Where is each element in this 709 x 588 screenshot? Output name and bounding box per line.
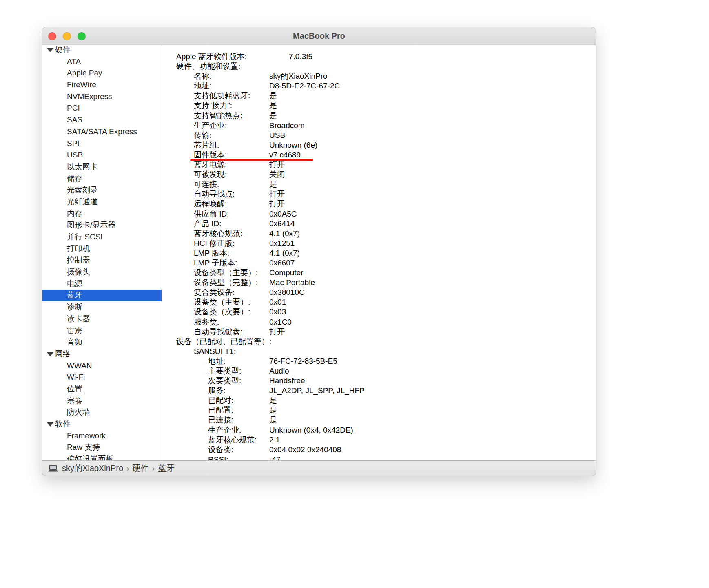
sidebar-item[interactable]: ATA xyxy=(42,56,162,68)
report-row: 蓝牙核心规范: 2.1 xyxy=(162,435,596,445)
report-row-label: 复合类设备: xyxy=(194,287,235,297)
sidebar-item[interactable]: 位置 xyxy=(42,383,162,395)
sidebar-item[interactable]: WWAN xyxy=(42,360,162,372)
sidebar-item[interactable]: Framework xyxy=(42,430,162,442)
sidebar-item-label: 位置 xyxy=(67,383,82,395)
sidebar-item-label: 防火墙 xyxy=(67,407,90,418)
disclosure-triangle-icon[interactable] xyxy=(47,48,53,52)
breadcrumb-item[interactable]: 蓝牙 xyxy=(158,464,174,473)
report-row: 设备（已配对、已配置等）: xyxy=(162,337,596,347)
report-row: 传输: USB xyxy=(162,130,596,140)
sidebar-item[interactable]: 雷雳 xyxy=(42,325,162,337)
sidebar-section-header[interactable]: 网络 xyxy=(42,348,162,360)
report-pane[interactable]: Apple 蓝牙软件版本: 7.0.3f5 硬件、功能和设置: 名称: sky的… xyxy=(162,45,596,460)
report-row: HCI 修正版: 0x1251 xyxy=(162,239,596,248)
disclosure-triangle-icon[interactable] xyxy=(47,422,53,427)
sidebar-item[interactable]: 图形卡/显示器 xyxy=(42,219,162,231)
sidebar-section-label: 网络 xyxy=(55,348,71,360)
sidebar-item[interactable]: 摄像头 xyxy=(42,266,162,278)
sidebar-item-label: Apple Pay xyxy=(67,67,102,79)
report-row: 固件版本: v7 c4689 xyxy=(162,150,596,160)
report-row: LMP 版本: 4.1 (0x7) xyxy=(162,248,596,258)
report-row-value: 是 xyxy=(269,179,277,189)
sidebar-item[interactable]: Apple Pay xyxy=(42,67,162,79)
report-row-label: 设备类: xyxy=(208,445,233,455)
sidebar-item[interactable]: 打印机 xyxy=(42,243,162,255)
path-bar: sky的XiaoXinPro›硬件›蓝牙 xyxy=(42,460,596,476)
report-row-value: JL_A2DP, JL_SPP, JL_HFP xyxy=(269,386,365,396)
report-row-value: 是 xyxy=(269,405,277,415)
report-row: LMP 子版本: 0x6607 xyxy=(162,258,596,268)
report-row-value: 打开 xyxy=(269,189,285,199)
report-row: 产品 ID: 0x6414 xyxy=(162,219,596,229)
sidebar-item[interactable]: 读卡器 xyxy=(42,313,162,325)
sidebar-item[interactable]: SPI xyxy=(42,138,162,150)
sidebar[interactable]: 硬件 ATA Apple Pay FireWire NVMExpress PCI… xyxy=(42,45,162,460)
sidebar-item[interactable]: Wi-Fi xyxy=(42,371,162,383)
report-row-value: 7.0.3f5 xyxy=(289,52,312,62)
sidebar-item[interactable]: FireWire xyxy=(42,79,162,91)
sidebar-item[interactable]: NVMExpress xyxy=(42,91,162,103)
report-row: 主要类型: Audio xyxy=(162,366,596,376)
sidebar-item-label: 打印机 xyxy=(67,243,90,255)
sidebar-item[interactable]: 防火墙 xyxy=(42,407,162,418)
sidebar-item[interactable]: 诊断 xyxy=(42,301,162,313)
report-row: 可连接: 是 xyxy=(162,179,596,189)
sidebar-item-label: Raw 支持 xyxy=(67,442,100,453)
sidebar-item[interactable]: PCI xyxy=(42,102,162,114)
minimize-button[interactable] xyxy=(63,32,71,40)
report-row-value: Unknown (6e) xyxy=(269,140,317,150)
report-row: 已配对: 是 xyxy=(162,396,596,405)
disclosure-triangle-icon[interactable] xyxy=(47,352,53,356)
sidebar-item[interactable]: 内存 xyxy=(42,208,162,220)
report-row-value: -47 xyxy=(269,455,280,460)
sidebar-item[interactable]: 以太网卡 xyxy=(42,161,162,173)
sidebar-item-label: 蓝牙 xyxy=(67,290,82,301)
sidebar-item[interactable]: 宗卷 xyxy=(42,395,162,407)
report-row-value: 2.1 xyxy=(269,435,280,445)
breadcrumb-item[interactable]: sky的XiaoXinPro xyxy=(62,464,123,473)
sidebar-item-label: USB xyxy=(67,149,83,161)
sidebar-section-header[interactable]: 硬件 xyxy=(42,45,162,56)
report-row-label: 生产企业: xyxy=(194,121,227,130)
sidebar-item-label: PCI xyxy=(67,102,80,114)
sidebar-item[interactable]: USB xyxy=(42,149,162,161)
report-row-label: 传输: xyxy=(194,130,211,140)
report-row: 支持低功耗蓝牙: 是 xyxy=(162,91,596,101)
report-row-label: 蓝牙电源: xyxy=(194,160,227,170)
report-row-label: 设备类（主要）: xyxy=(194,297,250,307)
report-row-value: 打开 xyxy=(269,160,285,170)
window-title: MacBook Pro xyxy=(293,31,345,41)
report-row-value: Audio xyxy=(269,366,289,376)
sidebar-section-header[interactable]: 软件 xyxy=(42,418,162,430)
report-row-label: 已配对: xyxy=(208,396,233,405)
report-row-label: 硬件、功能和设置: xyxy=(176,62,240,71)
sidebar-item[interactable]: SAS xyxy=(42,114,162,126)
report-row: 已连接: 是 xyxy=(162,415,596,425)
breadcrumb-item[interactable]: 硬件 xyxy=(133,464,149,473)
report-row-value: 0x6414 xyxy=(269,219,295,229)
sidebar-item[interactable]: 控制器 xyxy=(42,254,162,266)
sidebar-item[interactable]: SATA/SATA Express xyxy=(42,126,162,138)
report-row-value: 76-FC-72-83-5B-E5 xyxy=(269,356,337,366)
sidebar-item[interactable]: 偏好设置面板 xyxy=(42,453,162,460)
sidebar-item[interactable]: 蓝牙 xyxy=(42,290,162,301)
sidebar-item[interactable]: 电源 xyxy=(42,278,162,290)
computer-icon xyxy=(48,464,58,472)
zoom-button[interactable] xyxy=(78,32,86,40)
sidebar-item[interactable]: 并行 SCSI xyxy=(42,231,162,243)
sidebar-item[interactable]: 音频 xyxy=(42,336,162,348)
sidebar-item[interactable]: 光纤通道 xyxy=(42,196,162,208)
report-row: 服务: JL_A2DP, JL_SPP, JL_HFP xyxy=(162,386,596,396)
titlebar[interactable]: MacBook Pro xyxy=(42,27,596,45)
report-row-value: 0x1251 xyxy=(269,239,295,248)
report-row-label: 远程唤醒: xyxy=(194,199,227,209)
close-button[interactable] xyxy=(48,32,56,40)
report-row-value: Mac Portable xyxy=(269,278,315,287)
sidebar-item[interactable]: 储存 xyxy=(42,173,162,185)
sidebar-item[interactable]: Raw 支持 xyxy=(42,442,162,453)
report-row: 支持智能热点: 是 xyxy=(162,111,596,121)
sidebar-item[interactable]: 光盘刻录 xyxy=(42,184,162,196)
report-row-label: 生产企业: xyxy=(208,425,241,435)
report-row-value: USB xyxy=(269,130,285,140)
